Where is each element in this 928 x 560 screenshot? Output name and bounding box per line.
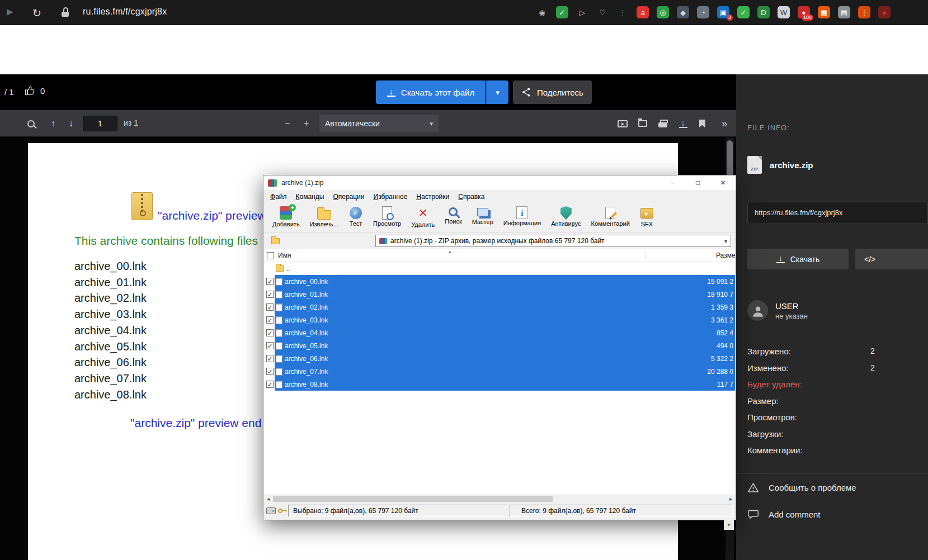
- save-button[interactable]: [675, 115, 691, 132]
- gray-card-extension-icon[interactable]: ▤: [838, 6, 850, 18]
- menu-item[interactable]: Настройки: [412, 191, 454, 202]
- menu-item[interactable]: Операции: [328, 191, 369, 202]
- send-extension-icon[interactable]: ▷: [576, 6, 588, 18]
- extensions-separator-icon[interactable]: ⋮: [616, 6, 629, 18]
- scrollbar-thumb[interactable]: [273, 496, 553, 502]
- file-icon: [276, 355, 282, 363]
- extract-button[interactable]: Извлечь...: [307, 205, 342, 228]
- comment-button[interactable]: Комментарий: [588, 205, 633, 227]
- row-checkbox[interactable]: [266, 316, 274, 324]
- archive-file-row[interactable]: archive_08.lnk 117 7: [264, 378, 735, 391]
- more-tools-button[interactable]: »: [716, 115, 733, 132]
- page-number-input[interactable]: [83, 116, 117, 131]
- archive-path-combobox[interactable]: archive (1).zip - ZIP архив, размер исхо…: [375, 235, 731, 247]
- person-icon: [751, 303, 765, 318]
- winrar-titlebar[interactable]: archive (1).zip – □ ✕: [263, 175, 736, 190]
- download-options-button[interactable]: ▾: [486, 80, 508, 104]
- antivirus-button[interactable]: Антивирус: [548, 205, 584, 227]
- menu-item[interactable]: Команды: [291, 191, 329, 202]
- forward-icon[interactable]: ▶: [7, 7, 13, 17]
- maximize-button[interactable]: □: [685, 175, 710, 190]
- camera-extension-icon[interactable]: ◉: [536, 6, 548, 18]
- wizard-button[interactable]: Мастер: [469, 205, 497, 226]
- archive-file-row[interactable]: archive_07.lnk 20 288 0: [264, 365, 735, 378]
- share-button[interactable]: Поделитесь: [513, 80, 592, 104]
- green-check-extension-icon[interactable]: ✓: [737, 6, 750, 18]
- heart-extension-icon[interactable]: ♡: [596, 6, 609, 18]
- test-button[interactable]: Тест: [345, 205, 366, 227]
- sfx-button[interactable]: SFX: [637, 205, 657, 228]
- find-button[interactable]: Поиск: [441, 205, 465, 225]
- scrollbar-corner[interactable]: ▾: [724, 520, 734, 530]
- avatar[interactable]: [747, 300, 768, 321]
- red-dots-extension-icon[interactable]: ⋮: [858, 6, 870, 18]
- minimize-button[interactable]: –: [660, 175, 685, 190]
- dark-red-extension-icon[interactable]: ●: [878, 6, 891, 18]
- file-url-field[interactable]: https://ru.files.fm/f/cgxjprj8x: [747, 202, 928, 224]
- scroll-left-arrow[interactable]: ◂: [264, 495, 272, 502]
- lock-icon[interactable]: [62, 7, 69, 17]
- row-checkbox[interactable]: [266, 355, 274, 362]
- print-button[interactable]: [654, 115, 671, 132]
- row-checkbox[interactable]: [266, 278, 274, 285]
- blue-badge-extension-icon[interactable]: ▣ 3: [717, 6, 729, 18]
- archive-file-row[interactable]: archive_02.lnk 1 359 3: [264, 301, 735, 314]
- archive-file-row[interactable]: archive_06.lnk 5 322 2: [264, 352, 735, 365]
- add-comment-link[interactable]: Add comment: [747, 509, 821, 520]
- row-checkbox[interactable]: [266, 329, 274, 336]
- search-button[interactable]: [22, 115, 39, 132]
- row-checkbox[interactable]: [266, 381, 274, 388]
- url-text[interactable]: ru.files.fm/f/cgxjprj8x: [83, 7, 167, 17]
- view-button[interactable]: Просмотр: [370, 205, 404, 227]
- previous-page-button[interactable]: ↑: [45, 115, 62, 132]
- row-checkbox[interactable]: [266, 368, 274, 375]
- report-problem-link[interactable]: Сообщить о проблеме: [747, 482, 856, 493]
- archive-file-row[interactable]: archive_03.lnk 3 361 2: [264, 314, 735, 326]
- green-search-extension-icon[interactable]: ◎: [657, 6, 669, 18]
- download-file-button[interactable]: Скачать этот файл: [376, 80, 486, 104]
- next-page-button[interactable]: ↓: [63, 115, 79, 132]
- red-a-extension-icon[interactable]: a: [637, 6, 649, 18]
- ball-extension-icon[interactable]: ◔: [697, 6, 709, 18]
- add-button[interactable]: Добавить: [269, 205, 303, 228]
- red-100-extension-icon[interactable]: ● 100: [798, 6, 810, 18]
- archive-file-row[interactable]: archive_01.lnk 18 910 7: [264, 288, 735, 301]
- horizontal-scrollbar[interactable]: ◂ ▸: [264, 495, 735, 502]
- select-all-checkbox[interactable]: [267, 252, 274, 259]
- zoom-select[interactable]: Автоматически ▾: [319, 115, 439, 132]
- open-file-button[interactable]: [634, 115, 651, 132]
- green-shield-extension-icon[interactable]: ✓: [556, 6, 568, 18]
- scroll-right-arrow[interactable]: ▸: [727, 495, 735, 502]
- green-d-extension-icon[interactable]: D: [757, 6, 770, 18]
- close-button[interactable]: ✕: [710, 175, 736, 190]
- size-column-header[interactable]: Размер: [716, 251, 735, 259]
- info-button[interactable]: Информация: [500, 205, 544, 227]
- archive-file-row[interactable]: archive_04.lnk 852 4: [264, 326, 735, 339]
- archive-file-row[interactable]: archive_05.lnk 494 0: [264, 339, 735, 352]
- menu-item[interactable]: Избранное: [369, 191, 412, 202]
- menu-item[interactable]: Файл: [266, 191, 291, 202]
- up-directory-button[interactable]: [268, 235, 282, 247]
- menu-item[interactable]: Справка: [454, 191, 489, 202]
- row-checkbox[interactable]: [266, 303, 274, 311]
- archive-file-row[interactable]: archive_00.lnk 15 091 2: [264, 275, 735, 288]
- reload-icon[interactable]: ↻: [32, 7, 41, 20]
- file-name: archive_00.lnk: [285, 278, 645, 286]
- delete-button[interactable]: Удалить: [408, 205, 438, 229]
- zoom-out-button[interactable]: −: [279, 115, 296, 132]
- orange-grid-extension-icon[interactable]: ▦: [818, 6, 830, 18]
- zoom-in-button[interactable]: +: [298, 115, 315, 132]
- name-column-header[interactable]: Имя: [278, 251, 291, 259]
- embed-code-button[interactable]: </>: [855, 249, 928, 269]
- w-extension-icon[interactable]: W: [778, 6, 790, 18]
- dark-shield-extension-icon[interactable]: ◆: [677, 6, 689, 18]
- bookmark-button[interactable]: [694, 115, 710, 132]
- parent-dir-row[interactable]: ..: [264, 262, 735, 275]
- row-checkbox[interactable]: [266, 291, 274, 298]
- column-divider[interactable]: [646, 251, 646, 260]
- presentation-mode-button[interactable]: [614, 115, 631, 132]
- like-button[interactable]: 0: [25, 86, 45, 96]
- user-value: не указан: [775, 312, 808, 320]
- row-checkbox[interactable]: [266, 342, 274, 349]
- sidebar-download-button[interactable]: Скачать: [747, 249, 849, 269]
